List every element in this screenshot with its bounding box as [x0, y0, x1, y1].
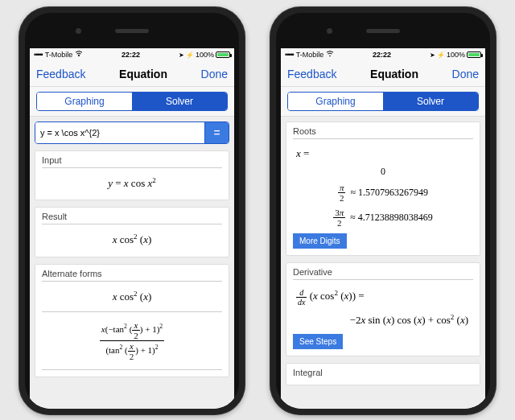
bluetooth-icon: ⚡	[186, 51, 194, 59]
battery-percent: 100%	[196, 51, 214, 59]
derivative-lhs: ddx (x cos2 (x)) =	[293, 285, 473, 310]
clock: 22:22	[83, 51, 179, 59]
roots-x-label: x =	[293, 144, 473, 163]
tab-solver[interactable]: Solver	[132, 93, 227, 110]
root-0: 0	[293, 163, 473, 180]
card-input: Input y = x cos x2	[35, 150, 229, 200]
battery-percent: 100%	[447, 51, 465, 59]
mode-segmented-control: Graphing Solver	[287, 92, 479, 111]
tab-graphing[interactable]: Graphing	[288, 93, 383, 110]
battery-icon	[467, 51, 481, 58]
root-2: 3π2 ≈ 4.71238898038469	[293, 205, 473, 230]
derivative-rhs: −2x sin (x) cos (x) + cos2 (x)	[293, 310, 473, 330]
svg-point-0	[78, 56, 80, 57]
tab-solver[interactable]: Solver	[383, 93, 478, 110]
battery-icon	[216, 51, 230, 58]
bluetooth-icon: ⚡	[437, 51, 445, 59]
section-title-derivative: Derivative	[293, 267, 473, 280]
feedback-button[interactable]: Feedback	[287, 68, 336, 80]
equation-input-row: =	[35, 121, 229, 144]
status-bar: ••••• T-Mobile 22:22 ➤ ⚡ 100%	[30, 48, 234, 61]
phone-left: ••••• T-Mobile 22:22 ➤ ⚡ 100% Feedback E…	[19, 6, 245, 415]
more-digits-button[interactable]: More Digits	[293, 233, 347, 249]
wifi-icon	[326, 51, 334, 59]
carrier-label: T-Mobile	[296, 51, 324, 59]
done-button[interactable]: Done	[452, 68, 479, 80]
feedback-button[interactable]: Feedback	[36, 68, 85, 80]
card-result: Result x cos2 (x)	[35, 207, 229, 257]
page-title: Equation	[119, 68, 167, 80]
section-title-roots: Roots	[293, 126, 473, 139]
location-icon: ➤	[179, 51, 184, 59]
section-title-integral: Integral	[293, 368, 473, 380]
card-alternate-forms: Alternate forms x cos2 (x) x(−tan2 (x2) …	[35, 264, 229, 378]
mode-segmented-control: Graphing Solver	[36, 92, 228, 111]
see-steps-button[interactable]: See Steps	[293, 334, 343, 349]
page-title: Equation	[370, 68, 418, 80]
phone-right: ••••• T-Mobile 22:22 ➤ ⚡ 100% Feedback E…	[270, 6, 496, 415]
section-title-result: Result	[42, 212, 222, 224]
math-alt-2: x(−tan2 (x2) + 1)2 (tan2 (x2) + 1)2	[42, 317, 222, 364]
evaluate-button[interactable]: =	[204, 122, 229, 143]
section-title-alternate: Alternate forms	[42, 269, 222, 282]
carrier-label: T-Mobile	[45, 51, 73, 59]
card-integral: Integral	[286, 363, 480, 385]
math-input: y = x cos x2	[42, 173, 222, 193]
math-result: x cos2 (x)	[42, 229, 222, 249]
tab-graphing[interactable]: Graphing	[37, 93, 132, 110]
wifi-icon	[75, 51, 83, 59]
svg-point-1	[329, 56, 331, 57]
nav-bar: Feedback Equation Done	[281, 61, 485, 87]
signal-dots-icon: •••••	[34, 51, 43, 59]
card-derivative: Derivative ddx (x cos2 (x)) = −2x sin (x…	[286, 262, 480, 356]
card-roots: Roots x = 0 π2 ≈ 1.5707963267949 3π2 ≈ 4…	[286, 121, 480, 256]
section-title-input: Input	[42, 155, 222, 168]
clock: 22:22	[334, 51, 430, 59]
signal-dots-icon: •••••	[285, 51, 294, 59]
done-button[interactable]: Done	[201, 68, 228, 80]
nav-bar: Feedback Equation Done	[30, 61, 234, 87]
location-icon: ➤	[430, 51, 435, 59]
math-alt-1: x cos2 (x)	[42, 286, 222, 307]
status-bar: ••••• T-Mobile 22:22 ➤ ⚡ 100%	[281, 48, 485, 61]
equation-input[interactable]	[35, 122, 204, 143]
root-1: π2 ≈ 1.5707963267949	[293, 180, 473, 205]
